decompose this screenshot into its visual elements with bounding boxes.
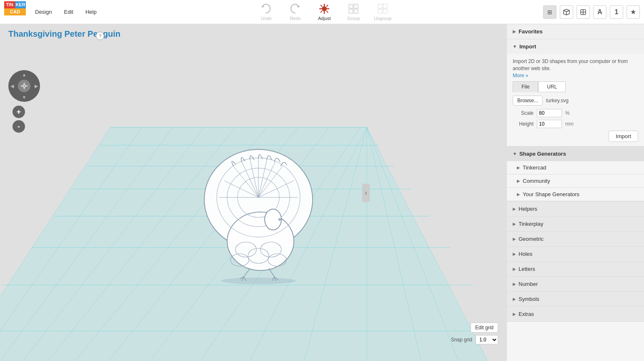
menu-help[interactable]: Help	[80, 6, 102, 18]
menu-edit[interactable]: Edit	[59, 6, 78, 18]
undo-button[interactable]: Undo	[256, 3, 276, 21]
svg-point-0	[322, 7, 326, 11]
redo-label: Redo	[290, 16, 301, 21]
main-sections: ▶ Helpers ▶ Tinkerplay ▶ Geometric ▶ Hol…	[507, 202, 644, 322]
box-view-btn[interactable]	[560, 5, 573, 19]
shape-generators-header[interactable]: ▼ Shape Generators	[507, 146, 644, 161]
geometric-label: Geometric	[519, 236, 544, 242]
import-tab-file[interactable]: File	[513, 81, 538, 92]
zoom-out-button[interactable]: -	[13, 120, 25, 133]
geometric-header[interactable]: ▶ Geometric	[507, 232, 644, 247]
holes-chevron: ▶	[513, 252, 516, 256]
snap-grid-label: Snap grid	[451, 337, 472, 343]
sg-chevron: ▼	[513, 151, 517, 156]
right-panel: ▶ Favorites ▼ Import Import 2D or 3D sha…	[506, 24, 644, 361]
iso-view-btn[interactable]	[576, 5, 590, 19]
logo[interactable]: TIN KER CAD	[4, 1, 26, 23]
shape-generators-section: ▼ Shape Generators ▶ Tinkercad ▶ Communi…	[507, 146, 644, 202]
zoom-in-button[interactable]: +	[13, 106, 25, 118]
star-view-btn[interactable]: ★	[626, 5, 640, 19]
sg-tinkercad-header[interactable]: ▶ Tinkercad	[507, 161, 644, 174]
favorites-header[interactable]: ▶ Favorites	[507, 24, 644, 39]
orbit-center[interactable]	[18, 80, 30, 92]
ungroup-button[interactable]: Ungroup	[372, 3, 393, 21]
svg-rect-17	[383, 9, 387, 13]
main: Thanksgiving Peter Penguin ?	[0, 24, 644, 361]
favorites-label: Favorites	[519, 28, 543, 35]
sg-community-label: Community	[523, 178, 550, 184]
sg-community-chevron: ▶	[517, 179, 520, 183]
svg-point-71	[221, 278, 296, 284]
import-file-row: Browse... turkey.svg	[513, 96, 638, 106]
extras-label: Extras	[519, 311, 534, 317]
helpers-label: Helpers	[519, 206, 537, 212]
snap-grid-control: Snap grid 1.0 0.5 0.25 2.0	[451, 335, 498, 344]
height-input[interactable]	[537, 120, 562, 128]
svg-rect-14	[378, 4, 382, 8]
holes-label: Holes	[519, 251, 532, 257]
number-header[interactable]: ▶ Number	[507, 277, 644, 292]
sg-community-header[interactable]: ▶ Community	[507, 174, 644, 187]
orbit-arrow-down: ▼	[22, 95, 27, 100]
redo-button[interactable]: Redo	[285, 3, 306, 21]
sg-tinkercad-section: ▶ Tinkercad	[507, 161, 644, 174]
extras-chevron: ▶	[513, 312, 516, 316]
grid-view-btn[interactable]: ⊞	[543, 5, 556, 19]
viewport: Thanksgiving Peter Penguin ?	[0, 24, 506, 361]
orbit-arrow-up: ▲	[22, 72, 27, 77]
letters-header[interactable]: ▶ Letters	[507, 262, 644, 277]
import-header[interactable]: ▼ Import	[507, 39, 644, 54]
number-chevron: ▶	[513, 282, 516, 286]
orbit-arrow-left: ◀	[10, 83, 14, 89]
ungroup-label: Ungroup	[374, 16, 391, 21]
geometric-chevron: ▶	[513, 237, 516, 241]
tinkerplay-label: Tinkerplay	[519, 221, 543, 227]
toolbar-right: ⊞ A 1 ★	[543, 5, 640, 19]
browse-button[interactable]: Browse...	[513, 96, 543, 106]
group-label: Group	[347, 16, 360, 21]
import-tab-url[interactable]: URL	[538, 81, 566, 92]
scale-row: Scale %	[513, 109, 638, 117]
height-row: Height mm	[513, 120, 638, 128]
group-button[interactable]: Group	[343, 3, 364, 21]
svg-point-50	[227, 212, 294, 270]
scale-input[interactable]	[537, 109, 562, 117]
sg-label: Shape Generators	[519, 151, 566, 157]
sg-community-section: ▶ Community	[507, 174, 644, 188]
topbar: TIN KER CAD Design Edit Help Undo Redo	[0, 0, 644, 24]
edit-grid-button[interactable]: Edit grid	[471, 323, 498, 333]
holes-header[interactable]: ▶ Holes	[507, 247, 644, 262]
adjust-button[interactable]: Adjust	[314, 3, 335, 21]
helpers-header[interactable]: ▶ Helpers	[507, 202, 644, 217]
menu-design[interactable]: Design	[30, 6, 57, 18]
import-chevron: ▼	[513, 44, 517, 49]
svg-line-8	[321, 11, 322, 13]
logo-ker: KER	[15, 1, 26, 8]
symbols-header[interactable]: ▶ Symbols	[507, 292, 644, 307]
import-label: Import	[519, 43, 536, 50]
orbit-control[interactable]: ▲ ▼ ◀ ▶	[8, 70, 40, 102]
orbit-arrow-right: ▶	[35, 83, 38, 89]
tinkerplay-header[interactable]: ▶ Tinkerplay	[507, 217, 644, 232]
help-button[interactable]: ?	[96, 32, 104, 40]
number-view-btn[interactable]: 1	[610, 5, 623, 19]
letters-chevron: ▶	[513, 267, 516, 271]
svg-rect-12	[354, 9, 358, 13]
toolbar-center: Undo Redo Adjust	[110, 3, 539, 21]
height-label: Height	[513, 121, 534, 127]
sg-yourshapes-header[interactable]: ▶ Your Shape Generators	[507, 188, 644, 201]
sg-yourshapes-chevron: ▶	[517, 192, 520, 197]
collapse-panel-arrow[interactable]: ›	[362, 184, 370, 202]
text-view-btn[interactable]: A	[593, 5, 606, 19]
svg-line-6	[326, 11, 328, 13]
nav-controls[interactable]: ▲ ▼ ◀ ▶	[8, 70, 40, 102]
height-unit: mm	[565, 121, 574, 127]
letters-label: Letters	[519, 266, 535, 272]
snap-grid-select[interactable]: 1.0 0.5 0.25 2.0	[476, 335, 498, 344]
extras-header[interactable]: ▶ Extras	[507, 307, 644, 322]
scale-label: Scale	[513, 110, 534, 116]
import-action-button[interactable]: Import	[609, 131, 638, 142]
import-more-link[interactable]: More »	[513, 73, 528, 78]
logo-tin: TIN	[4, 1, 15, 8]
svg-line-5	[321, 5, 322, 7]
